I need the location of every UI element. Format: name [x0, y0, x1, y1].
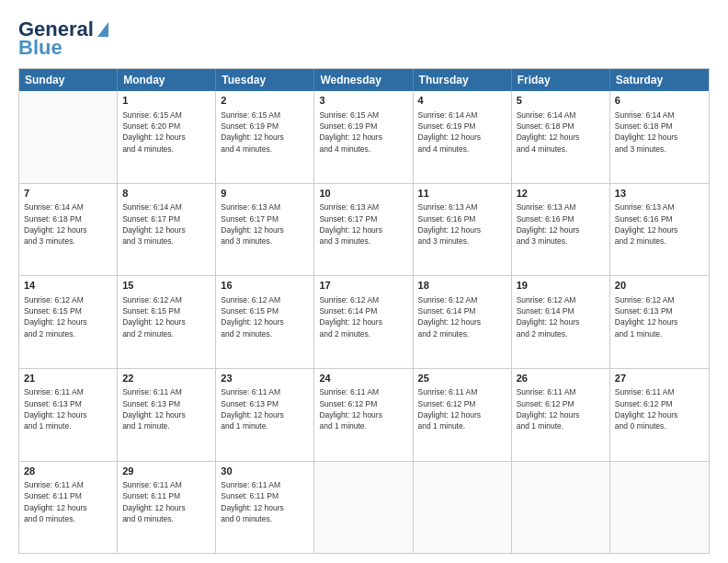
day-number: 22 — [122, 372, 210, 385]
day-number: 10 — [319, 187, 407, 201]
day-number: 18 — [418, 279, 506, 293]
day-number: 19 — [517, 279, 605, 293]
calendar-cell: 6Sunrise: 6:14 AMSunset: 6:18 PMDaylight… — [610, 91, 709, 183]
day-number: 8 — [122, 187, 210, 201]
day-number: 17 — [319, 279, 407, 293]
calendar-cell: 20Sunrise: 6:12 AMSunset: 6:13 PMDayligh… — [610, 276, 709, 368]
day-info: Sunrise: 6:12 AMSunset: 6:15 PMDaylight:… — [122, 294, 210, 339]
calendar-cell — [19, 91, 118, 183]
day-number: 5 — [517, 94, 605, 108]
day-number: 14 — [24, 279, 112, 293]
calendar-cell: 7Sunrise: 6:14 AMSunset: 6:18 PMDaylight… — [19, 184, 118, 276]
day-number: 12 — [517, 187, 605, 201]
day-info: Sunrise: 6:13 AMSunset: 6:16 PMDaylight:… — [418, 201, 506, 247]
day-number: 20 — [615, 279, 704, 293]
day-info: Sunrise: 6:13 AMSunset: 6:16 PMDaylight:… — [615, 201, 704, 247]
day-number: 25 — [418, 372, 506, 385]
calendar-cell: 11Sunrise: 6:13 AMSunset: 6:16 PMDayligh… — [414, 184, 512, 276]
calendar-cell: 2Sunrise: 6:15 AMSunset: 6:19 PMDaylight… — [216, 91, 314, 183]
day-number: 27 — [615, 372, 704, 385]
day-number: 24 — [319, 372, 407, 385]
calendar-cell: 23Sunrise: 6:11 AMSunset: 6:13 PMDayligh… — [216, 369, 314, 461]
weekday-header: Monday — [118, 69, 216, 91]
calendar-cell: 21Sunrise: 6:11 AMSunset: 6:13 PMDayligh… — [19, 369, 118, 461]
day-number: 2 — [221, 94, 309, 108]
day-number: 6 — [615, 94, 704, 108]
calendar-cell: 4Sunrise: 6:14 AMSunset: 6:19 PMDaylight… — [414, 91, 512, 183]
day-number: 30 — [221, 465, 309, 478]
day-number: 16 — [221, 279, 309, 293]
page: General Blue SundayMondayTuesdayWednesda… — [0, 0, 728, 563]
calendar-cell: 3Sunrise: 6:15 AMSunset: 6:19 PMDaylight… — [314, 91, 413, 183]
calendar-cell: 25Sunrise: 6:11 AMSunset: 6:12 PMDayligh… — [414, 369, 512, 461]
weekday-header: Thursday — [414, 69, 512, 91]
calendar: SundayMondayTuesdayWednesdayThursdayFrid… — [18, 68, 710, 554]
day-info: Sunrise: 6:13 AMSunset: 6:17 PMDaylight:… — [221, 201, 309, 247]
weekday-header: Saturday — [610, 69, 709, 91]
calendar-cell: 8Sunrise: 6:14 AMSunset: 6:17 PMDaylight… — [118, 184, 216, 276]
day-info: Sunrise: 6:11 AMSunset: 6:13 PMDaylight:… — [122, 386, 210, 431]
day-number: 11 — [418, 187, 506, 201]
day-number: 1 — [122, 94, 210, 108]
day-info: Sunrise: 6:12 AMSunset: 6:14 PMDaylight:… — [418, 294, 506, 339]
logo-triangle-icon — [97, 22, 108, 37]
day-info: Sunrise: 6:12 AMSunset: 6:14 PMDaylight:… — [319, 294, 407, 339]
day-number: 9 — [221, 187, 309, 201]
day-info: Sunrise: 6:12 AMSunset: 6:14 PMDaylight:… — [517, 294, 605, 339]
day-info: Sunrise: 6:11 AMSunset: 6:13 PMDaylight:… — [24, 386, 112, 431]
day-info: Sunrise: 6:14 AMSunset: 6:18 PMDaylight:… — [615, 109, 704, 155]
calendar-cell: 13Sunrise: 6:13 AMSunset: 6:16 PMDayligh… — [610, 184, 709, 276]
day-number: 29 — [122, 465, 210, 478]
calendar-cell: 9Sunrise: 6:13 AMSunset: 6:17 PMDaylight… — [216, 184, 314, 276]
day-info: Sunrise: 6:11 AMSunset: 6:11 PMDaylight:… — [221, 479, 309, 524]
day-info: Sunrise: 6:11 AMSunset: 6:11 PMDaylight:… — [24, 479, 112, 524]
day-number: 7 — [24, 187, 112, 201]
day-number: 13 — [615, 187, 704, 201]
calendar-cell: 5Sunrise: 6:14 AMSunset: 6:18 PMDaylight… — [512, 91, 610, 183]
calendar-cell: 14Sunrise: 6:12 AMSunset: 6:15 PMDayligh… — [19, 276, 118, 368]
day-info: Sunrise: 6:15 AMSunset: 6:19 PMDaylight:… — [221, 109, 309, 155]
day-info: Sunrise: 6:11 AMSunset: 6:12 PMDaylight:… — [319, 386, 407, 431]
calendar-cell: 16Sunrise: 6:12 AMSunset: 6:15 PMDayligh… — [216, 276, 314, 368]
calendar-cell: 29Sunrise: 6:11 AMSunset: 6:11 PMDayligh… — [118, 462, 216, 554]
calendar-cell: 22Sunrise: 6:11 AMSunset: 6:13 PMDayligh… — [118, 369, 216, 461]
calendar-cell — [610, 462, 709, 554]
day-info: Sunrise: 6:14 AMSunset: 6:19 PMDaylight:… — [418, 109, 506, 155]
day-info: Sunrise: 6:11 AMSunset: 6:13 PMDaylight:… — [221, 386, 309, 431]
calendar-cell: 17Sunrise: 6:12 AMSunset: 6:14 PMDayligh… — [314, 276, 413, 368]
day-info: Sunrise: 6:11 AMSunset: 6:12 PMDaylight:… — [418, 386, 506, 431]
day-info: Sunrise: 6:13 AMSunset: 6:17 PMDaylight:… — [319, 201, 407, 247]
logo-text-blue: Blue — [18, 37, 63, 59]
day-info: Sunrise: 6:14 AMSunset: 6:18 PMDaylight:… — [24, 201, 112, 247]
day-number: 26 — [517, 372, 605, 385]
day-number: 23 — [221, 372, 309, 385]
calendar-cell: 28Sunrise: 6:11 AMSunset: 6:11 PMDayligh… — [19, 462, 118, 554]
calendar-row: 7Sunrise: 6:14 AMSunset: 6:18 PMDaylight… — [19, 183, 709, 276]
weekday-header: Wednesday — [314, 69, 413, 91]
day-info: Sunrise: 6:11 AMSunset: 6:12 PMDaylight:… — [517, 386, 605, 431]
day-number: 3 — [319, 94, 407, 108]
header: General Blue — [18, 18, 710, 59]
day-number: 4 — [418, 94, 506, 108]
day-number: 21 — [24, 372, 112, 385]
weekday-header: Friday — [512, 69, 610, 91]
calendar-cell: 24Sunrise: 6:11 AMSunset: 6:12 PMDayligh… — [314, 369, 413, 461]
calendar-cell: 30Sunrise: 6:11 AMSunset: 6:11 PMDayligh… — [216, 462, 314, 554]
calendar-cell: 27Sunrise: 6:11 AMSunset: 6:12 PMDayligh… — [610, 369, 709, 461]
calendar-cell: 15Sunrise: 6:12 AMSunset: 6:15 PMDayligh… — [118, 276, 216, 368]
day-info: Sunrise: 6:15 AMSunset: 6:19 PMDaylight:… — [319, 109, 407, 155]
calendar-row: 21Sunrise: 6:11 AMSunset: 6:13 PMDayligh… — [19, 368, 709, 461]
calendar-cell: 26Sunrise: 6:11 AMSunset: 6:12 PMDayligh… — [512, 369, 610, 461]
calendar-cell — [512, 462, 610, 554]
day-info: Sunrise: 6:12 AMSunset: 6:13 PMDaylight:… — [615, 294, 704, 339]
calendar-row: 14Sunrise: 6:12 AMSunset: 6:15 PMDayligh… — [19, 275, 709, 368]
weekday-header: Sunday — [19, 69, 118, 91]
weekday-header: Tuesday — [216, 69, 314, 91]
day-number: 15 — [122, 279, 210, 293]
day-info: Sunrise: 6:11 AMSunset: 6:12 PMDaylight:… — [615, 386, 704, 431]
calendar-cell: 1Sunrise: 6:15 AMSunset: 6:20 PMDaylight… — [118, 91, 216, 183]
calendar-body: 1Sunrise: 6:15 AMSunset: 6:20 PMDaylight… — [19, 91, 709, 553]
calendar-header: SundayMondayTuesdayWednesdayThursdayFrid… — [19, 69, 709, 91]
calendar-cell: 18Sunrise: 6:12 AMSunset: 6:14 PMDayligh… — [414, 276, 512, 368]
logo: General Blue — [18, 18, 108, 59]
